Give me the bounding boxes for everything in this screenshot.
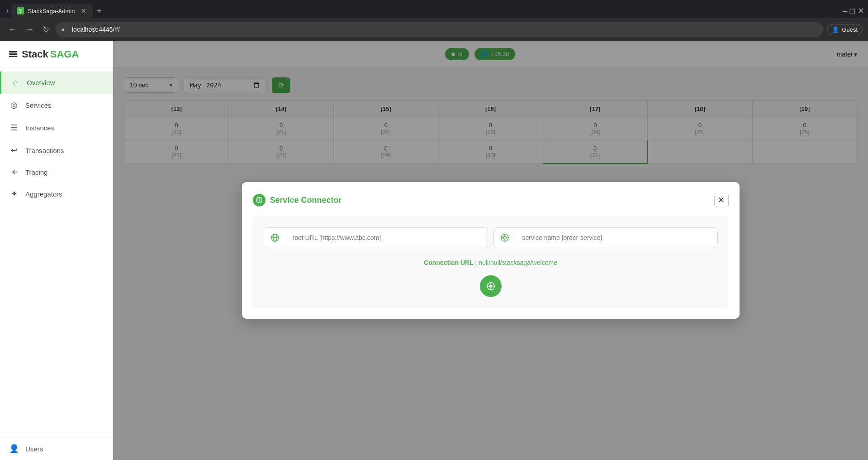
sidebar-logo: Stack SAGA	[0, 41, 113, 68]
service-input-group	[493, 227, 718, 248]
new-tab-button[interactable]: +	[96, 6, 102, 16]
sidebar-item-services[interactable]: ◎ Services	[0, 94, 113, 116]
modal-close-button[interactable]: ✕	[714, 193, 729, 207]
sidebar: Stack SAGA ⌂ Overview ◎ Services ☰ Insta…	[0, 41, 113, 460]
root-url-input[interactable]	[286, 229, 488, 247]
modal-header: Service Connector ✕	[253, 193, 729, 207]
address-wrapper: ●	[56, 22, 823, 37]
connect-button-wrapper	[264, 275, 718, 297]
logo-text-stack: Stack	[22, 48, 48, 60]
connection-url-label: Connection URL	[424, 259, 474, 266]
sidebar-item-label: Users	[25, 445, 43, 453]
active-tab[interactable]: S StackSaga-Admin ✕	[11, 4, 93, 18]
sidebar-item-label: Aggregators	[25, 190, 62, 198]
globe-input-icon	[264, 228, 286, 248]
home-icon: ⌂	[10, 78, 20, 87]
minimize-button[interactable]: –	[843, 6, 847, 16]
modal-body: Connection URL : null/null/stacksaga/wel…	[253, 216, 729, 308]
sidebar-item-instances[interactable]: ☰ Instances	[0, 116, 113, 139]
sidebar-item-transactions[interactable]: ↩ Transactions	[0, 139, 113, 162]
connect-button[interactable]	[480, 275, 502, 297]
service-input-icon	[494, 228, 516, 248]
tab-prev-button[interactable]: ›	[4, 5, 11, 17]
instances-icon: ☰	[9, 123, 19, 133]
input-row	[264, 227, 718, 248]
service-name-input[interactable]	[516, 229, 717, 247]
tab-favicon: S	[17, 7, 24, 14]
sidebar-nav: ⌂ Overview ◎ Services ☰ Instances ↩ Tran…	[0, 68, 113, 437]
profile-icon: 👤	[832, 26, 839, 33]
url-input-group	[264, 227, 488, 248]
modal-title-text: Service Connector	[270, 196, 342, 205]
profile-button[interactable]: 👤 Guest	[827, 24, 863, 35]
tracing-icon	[9, 168, 19, 176]
logo-icon	[9, 51, 17, 57]
sidebar-item-aggregators[interactable]: ✦ Aggregators	[0, 182, 113, 205]
connector-icon	[253, 194, 266, 206]
address-bar: ← → ↻ ● 👤 Guest	[0, 18, 868, 41]
tab-bar: › S StackSaga-Admin ✕ + – ◻ ✕	[0, 0, 868, 18]
users-icon: 👤	[9, 444, 19, 454]
address-input[interactable]	[56, 22, 823, 37]
close-window-button[interactable]: ✕	[858, 6, 864, 16]
forward-button[interactable]: →	[23, 23, 36, 36]
services-icon: ◎	[9, 100, 19, 110]
service-connector-modal: Service Connector ✕	[242, 182, 740, 319]
main-content: ⊙ 🌐 +05:30 mafei ▾ 10 sec 30 sec 1 min	[113, 41, 868, 460]
modal-title: Service Connector	[253, 194, 342, 206]
maximize-button[interactable]: ◻	[849, 6, 856, 16]
sidebar-item-tracing[interactable]: Tracing	[0, 162, 113, 182]
modal-overlay: Service Connector ✕	[113, 41, 868, 460]
sidebar-item-label: Tracing	[25, 168, 47, 176]
logo-text-saga: SAGA	[50, 48, 79, 60]
sidebar-item-label: Instances	[25, 124, 54, 132]
tab-close-button[interactable]: ✕	[80, 6, 87, 15]
sidebar-item-overview[interactable]: ⌂ Overview	[0, 72, 113, 94]
app-container: Stack SAGA ⌂ Overview ◎ Services ☰ Insta…	[0, 41, 868, 460]
svg-point-6	[489, 285, 492, 288]
aggregators-icon: ✦	[9, 189, 19, 199]
lock-icon: ●	[61, 26, 65, 33]
sidebar-bottom: 👤 Users	[0, 437, 113, 460]
browser-chrome: › S StackSaga-Admin ✕ + – ◻ ✕ ← → ↻ ● 👤 …	[0, 0, 868, 41]
reload-button[interactable]: ↻	[40, 23, 52, 36]
sidebar-item-label: Transactions	[25, 147, 64, 154]
transactions-icon: ↩	[9, 145, 19, 155]
svg-point-4	[503, 236, 506, 239]
connection-url-display: Connection URL : null/null/stacksaga/wel…	[264, 259, 718, 266]
profile-label: Guest	[842, 26, 858, 33]
back-button[interactable]: ←	[5, 23, 19, 36]
sidebar-item-users[interactable]: 👤 Users	[9, 444, 104, 454]
tab-title: StackSaga-Admin	[28, 8, 76, 14]
sidebar-item-label: Overview	[27, 79, 55, 86]
connection-url-value: null/null/stacksaga/welcome	[479, 259, 557, 266]
sidebar-item-label: Services	[25, 101, 52, 109]
